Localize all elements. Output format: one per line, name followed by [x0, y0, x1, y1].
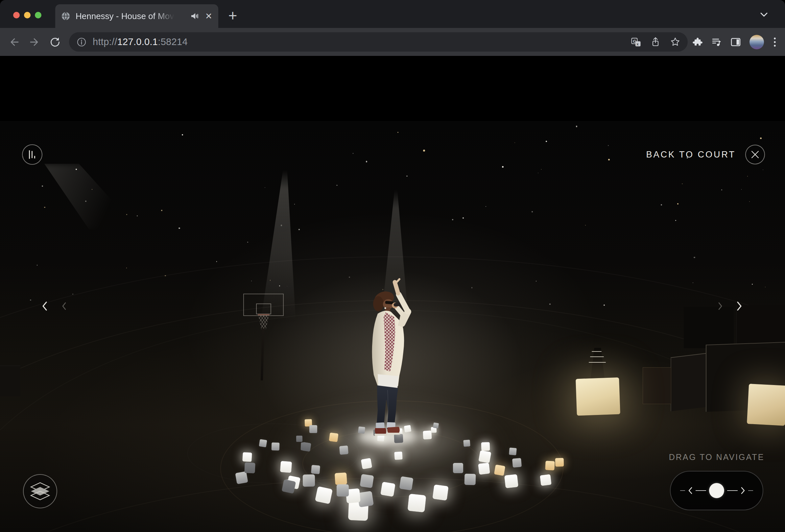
glow-cube [509, 448, 517, 455]
star [76, 169, 77, 170]
star [251, 280, 252, 281]
star [37, 265, 38, 266]
glow-cube [433, 423, 439, 428]
audio-equalizer-button[interactable] [22, 144, 43, 165]
star [538, 173, 538, 173]
star [423, 150, 425, 152]
glow-cube [478, 463, 490, 475]
drag-navigation-slider[interactable] [670, 471, 763, 510]
star [693, 257, 695, 258]
bookmark-star-icon[interactable] [670, 37, 681, 47]
slider-knob[interactable] [709, 483, 724, 498]
omnibox-actions: G x [631, 37, 681, 47]
browser-tab[interactable]: Hennessy - House of Move ✕ [55, 4, 218, 28]
url-text: http://127.0.0.1:58214 [93, 36, 188, 47]
side-panel-icon[interactable] [730, 37, 741, 47]
star [247, 242, 248, 243]
star [336, 185, 337, 186]
kebab-menu-icon[interactable] [773, 36, 777, 48]
chevron-left-icon [688, 487, 693, 494]
glow-cube [280, 461, 292, 473]
glow-cube [301, 442, 311, 452]
star [165, 275, 166, 276]
window-zoom-button[interactable] [35, 12, 42, 19]
layers-button[interactable] [23, 474, 57, 508]
threejs-canvas[interactable]: BACK TO COURT DRAG TO NAVIGATE [0, 121, 785, 532]
tab-search-chevron-down-icon[interactable] [760, 12, 768, 17]
bottle-highlight [589, 362, 606, 363]
profile-avatar[interactable] [750, 35, 764, 49]
close-experience-button[interactable] [745, 145, 765, 164]
slider-end-dash [680, 490, 685, 491]
slider-end-dash [748, 490, 753, 491]
speaker-icon[interactable] [191, 12, 199, 20]
background-crate [684, 307, 734, 348]
forward-button[interactable] [27, 34, 42, 50]
hoop-pole [261, 328, 264, 380]
back-button[interactable] [6, 34, 22, 50]
reload-button[interactable] [47, 34, 62, 50]
rotate-right-secondary-chevron-icon [717, 302, 723, 310]
new-tab-button[interactable]: + [225, 8, 240, 24]
glowing-edge-cube [747, 384, 785, 426]
star [752, 284, 753, 285]
svg-text:x: x [636, 42, 639, 46]
browser-toolbar: http://127.0.0.1:58214 G x [0, 28, 785, 56]
extensions-puzzle-icon[interactable] [692, 37, 703, 47]
url-port: :58214 [158, 36, 188, 47]
glow-cube [360, 474, 374, 488]
glow-cube [309, 425, 318, 433]
layers-icon [30, 482, 51, 501]
rotate-right-button[interactable] [736, 301, 742, 311]
star [765, 287, 766, 287]
star [126, 214, 127, 215]
glow-cube [296, 436, 302, 442]
star [462, 217, 464, 219]
star [161, 210, 162, 211]
star [549, 303, 551, 305]
address-bar[interactable]: http://127.0.0.1:58214 G x [69, 32, 688, 52]
rotate-left-secondary-chevron-icon [61, 302, 67, 310]
glow-cube [271, 442, 279, 451]
star [42, 185, 43, 187]
glow-cube [235, 471, 248, 484]
share-icon[interactable] [650, 37, 661, 47]
star [126, 268, 127, 268]
translate-icon[interactable]: G x [631, 37, 641, 47]
glow-cube [512, 458, 522, 467]
star [137, 216, 138, 217]
star [532, 211, 533, 212]
star [747, 176, 748, 177]
tab-close-icon[interactable]: ✕ [204, 11, 214, 21]
glow-cube [339, 446, 349, 455]
star [682, 183, 682, 184]
glow-cube [259, 439, 267, 447]
star [30, 300, 31, 301]
media-controls-icon[interactable] [711, 37, 722, 47]
rotate-left-button[interactable] [42, 301, 48, 311]
background-crate [670, 353, 707, 411]
bottle-highlight [592, 351, 602, 352]
site-info-icon[interactable] [76, 37, 87, 47]
back-to-court-label[interactable]: BACK TO COURT [646, 149, 736, 160]
glow-cube [494, 464, 506, 476]
window-close-button[interactable] [13, 12, 20, 19]
glow-cube [287, 476, 301, 489]
glow-cube [504, 474, 519, 489]
glow-cube [329, 432, 338, 442]
spotlight-beam [36, 164, 138, 229]
star [349, 277, 350, 278]
star [661, 204, 662, 205]
star [299, 229, 300, 230]
star [677, 203, 679, 204]
window-minimize-button[interactable] [24, 12, 31, 19]
slider-track [695, 490, 706, 491]
star [585, 225, 586, 226]
glow-cube [242, 452, 252, 462]
glow-cube [361, 458, 373, 470]
star [44, 207, 45, 208]
court-arc [187, 424, 359, 483]
hoop-inner-square [256, 303, 271, 314]
star [502, 166, 504, 168]
glow-cube [540, 474, 552, 486]
